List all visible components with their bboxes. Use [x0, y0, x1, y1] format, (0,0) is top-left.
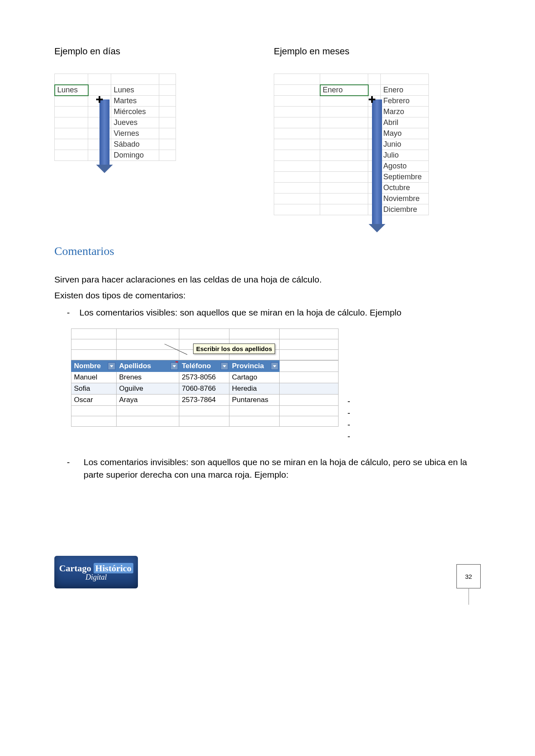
meses-8: Septiembre — [381, 172, 429, 183]
comment-tooltip: Escribir los dos apellidos — [193, 344, 275, 354]
bullet-invisible: Los comentarios invisibles: son aquellos… — [67, 456, 481, 481]
paragraph-1: Sirven para hacer aclaraciones en las ce… — [54, 275, 481, 285]
meses-2: Marzo — [381, 107, 429, 117]
dias-4: Viernes — [111, 128, 159, 139]
dias-grid: LunesLunes Martes Miércoles Jueves Viern… — [54, 74, 176, 161]
side-dashes: ---- — [347, 395, 350, 442]
data-table: Nombre Apellidos Teléfono Provincia Manu… — [71, 360, 339, 427]
table-row: ManuelBrenes2573-8056Cartago — [71, 372, 339, 383]
section-title: Comentarios — [54, 244, 481, 258]
table-row: SofiaOguilve7060-8766Heredia — [71, 383, 339, 395]
filter-dropdown-icon[interactable] — [221, 362, 228, 370]
fill-handle-icon[interactable] — [96, 96, 103, 103]
dias-1: Martes — [111, 96, 159, 107]
meses-6: Julio — [381, 150, 429, 161]
meses-4: Mayo — [381, 128, 429, 139]
dias-5: Sábado — [111, 139, 159, 150]
fill-arrow-icon — [99, 99, 110, 165]
filter-dropdown-icon[interactable] — [171, 362, 178, 370]
heading-meses: Ejemplo en meses — [274, 46, 481, 57]
dias-6: Domingo — [111, 150, 159, 161]
filter-dropdown-icon[interactable] — [108, 362, 115, 370]
meses-3: Abril — [381, 117, 429, 128]
logo-cartago: Cartago Histórico Digital — [54, 556, 138, 588]
meses-5: Junio — [381, 139, 429, 150]
dias-grid-wrap: LunesLunes Martes Miércoles Jueves Viern… — [54, 74, 261, 161]
dias-3: Jueves — [111, 117, 159, 128]
meses-0: Enero — [381, 85, 429, 96]
col-header-provincia[interactable]: Provincia — [229, 361, 280, 372]
filter-dropdown-icon[interactable] — [271, 362, 278, 370]
dias-2: Miércoles — [111, 107, 159, 117]
selected-cell-dias[interactable]: Lunes — [55, 85, 88, 96]
meses-grid: EneroEnero Febrero Marzo Abril Mayo Juni… — [274, 74, 429, 215]
paragraph-2: Existen dos tipos de comentarios: — [54, 290, 481, 300]
selected-cell-meses[interactable]: Enero — [320, 85, 368, 96]
table-row: OscarAraya2573-7864Puntarenas — [71, 395, 339, 406]
fill-arrow-icon — [372, 99, 382, 225]
meses-10: Noviembre — [381, 193, 429, 204]
fill-handle-icon[interactable] — [369, 96, 375, 103]
col-header-apellidos[interactable]: Apellidos — [117, 361, 179, 372]
meses-7: Agosto — [381, 161, 429, 172]
examples-row: Ejemplo en días LunesLunes Martes Miérco… — [54, 46, 481, 215]
meses-9: Octubre — [381, 183, 429, 193]
col-header-nombre[interactable]: Nombre — [71, 361, 117, 372]
bullet-visible: Los comentarios visibles: son aquellos q… — [67, 306, 481, 318]
meses-grid-wrap: EneroEnero Febrero Marzo Abril Mayo Juni… — [274, 74, 481, 215]
heading-dias: Ejemplo en días — [54, 46, 261, 57]
meses-1: Febrero — [381, 96, 429, 107]
comment-table-figure: Escribir los dos apellidos Nombre Apelli… — [71, 328, 339, 427]
col-header-telefono[interactable]: Teléfono — [179, 361, 229, 372]
dias-0: Lunes — [111, 85, 159, 96]
page-number: 32 — [456, 564, 481, 588]
meses-11: Diciembre — [381, 204, 429, 215]
